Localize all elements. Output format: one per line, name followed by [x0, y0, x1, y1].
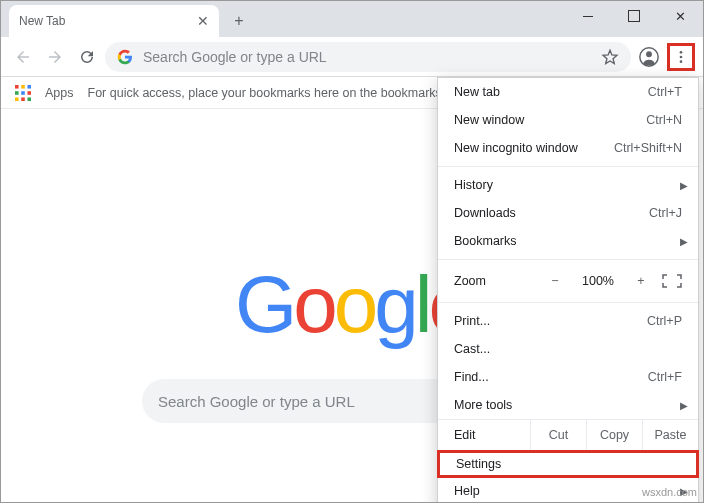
- svg-rect-7: [27, 85, 31, 89]
- reload-button[interactable]: [73, 43, 101, 71]
- tab-title: New Tab: [19, 14, 65, 28]
- menu-label: Settings: [456, 457, 501, 471]
- svg-point-3: [680, 55, 683, 58]
- reload-icon: [78, 48, 96, 66]
- menu-downloads[interactable]: Downloads Ctrl+J: [438, 199, 698, 227]
- menu-label: Bookmarks: [454, 234, 517, 248]
- omnibox-placeholder: Search Google or type a URL: [143, 49, 327, 65]
- tab-close-icon[interactable]: ✕: [197, 13, 209, 29]
- kebab-icon: [673, 49, 689, 65]
- menu-shortcut: Ctrl+J: [649, 206, 682, 220]
- google-logo: Google: [235, 259, 469, 351]
- menu-shortcut: Ctrl+Shift+N: [614, 141, 682, 155]
- user-icon: [638, 46, 660, 68]
- menu-bookmarks[interactable]: Bookmarks ▶: [438, 227, 698, 255]
- window-maximize-button[interactable]: [611, 1, 657, 31]
- main-menu-button[interactable]: [667, 43, 695, 71]
- menu-more-tools[interactable]: More tools ▶: [438, 391, 698, 419]
- menu-shortcut: Ctrl+F: [648, 370, 682, 384]
- fullscreen-icon: [662, 274, 682, 288]
- window-close-button[interactable]: [657, 1, 703, 31]
- svg-rect-12: [21, 97, 25, 101]
- menu-label: New incognito window: [454, 141, 578, 155]
- arrow-right-icon: [46, 48, 64, 66]
- menu-label: Find...: [454, 370, 489, 384]
- menu-settings[interactable]: Settings: [437, 450, 699, 478]
- svg-rect-9: [21, 91, 25, 95]
- menu-separator: [438, 302, 698, 303]
- bookmark-star-icon[interactable]: [601, 48, 619, 66]
- menu-new-tab[interactable]: New tab Ctrl+T: [438, 78, 698, 106]
- apps-label[interactable]: Apps: [45, 86, 74, 100]
- new-tab-button[interactable]: +: [225, 7, 253, 35]
- svg-rect-13: [27, 97, 31, 101]
- menu-label: Zoom: [454, 274, 534, 288]
- svg-rect-6: [21, 85, 25, 89]
- profile-button[interactable]: [635, 43, 663, 71]
- toolbar: Search Google or type a URL: [1, 37, 703, 77]
- browser-tab[interactable]: New Tab ✕: [9, 5, 219, 37]
- menu-label: More tools: [454, 398, 512, 412]
- watermark: wsxdn.com: [642, 486, 697, 498]
- edit-paste-button[interactable]: Paste: [642, 420, 698, 450]
- svg-rect-8: [15, 91, 19, 95]
- menu-shortcut: Ctrl+P: [647, 314, 682, 328]
- menu-find[interactable]: Find... Ctrl+F: [438, 363, 698, 391]
- fullscreen-button[interactable]: [662, 274, 682, 288]
- menu-label: New window: [454, 113, 524, 127]
- google-g-icon: [117, 49, 133, 65]
- arrow-left-icon: [14, 48, 32, 66]
- zoom-out-button[interactable]: −: [544, 274, 566, 288]
- menu-shortcut: Ctrl+N: [646, 113, 682, 127]
- zoom-value: 100%: [576, 274, 620, 288]
- menu-separator: [438, 166, 698, 167]
- zoom-in-button[interactable]: +: [630, 274, 652, 288]
- menu-history[interactable]: History ▶: [438, 171, 698, 199]
- back-button[interactable]: [9, 43, 37, 71]
- main-menu: New tab Ctrl+T New window Ctrl+N New inc…: [437, 77, 699, 503]
- title-bar: New Tab ✕ +: [1, 1, 703, 37]
- forward-button[interactable]: [41, 43, 69, 71]
- svg-rect-10: [27, 91, 31, 95]
- menu-incognito[interactable]: New incognito window Ctrl+Shift+N: [438, 134, 698, 162]
- window-minimize-button[interactable]: [565, 1, 611, 31]
- edit-cut-button[interactable]: Cut: [530, 420, 586, 450]
- svg-point-4: [680, 60, 683, 63]
- window-controls: [565, 1, 703, 31]
- menu-label: Edit: [438, 428, 530, 442]
- chevron-right-icon: ▶: [680, 236, 688, 247]
- menu-print[interactable]: Print... Ctrl+P: [438, 307, 698, 335]
- menu-edit-row: Edit Cut Copy Paste: [438, 419, 698, 451]
- menu-separator: [438, 259, 698, 260]
- menu-label: New tab: [454, 85, 500, 99]
- svg-rect-5: [15, 85, 19, 89]
- omnibox[interactable]: Search Google or type a URL: [105, 42, 631, 72]
- apps-grid-icon[interactable]: [15, 85, 31, 101]
- menu-label: Cast...: [454, 342, 490, 356]
- chevron-right-icon: ▶: [680, 180, 688, 191]
- edit-copy-button[interactable]: Copy: [586, 420, 642, 450]
- svg-rect-11: [15, 97, 19, 101]
- menu-label: Print...: [454, 314, 490, 328]
- svg-point-2: [680, 51, 683, 54]
- search-placeholder: Search Google or type a URL: [158, 393, 355, 410]
- menu-label: Downloads: [454, 206, 516, 220]
- menu-label: Help: [454, 484, 480, 498]
- menu-shortcut: Ctrl+T: [648, 85, 682, 99]
- menu-label: History: [454, 178, 493, 192]
- menu-new-window[interactable]: New window Ctrl+N: [438, 106, 698, 134]
- svg-point-1: [646, 51, 652, 57]
- menu-zoom: Zoom − 100% +: [438, 264, 698, 298]
- bookmarks-hint: For quick access, place your bookmarks h…: [88, 86, 460, 100]
- chevron-right-icon: ▶: [680, 400, 688, 411]
- menu-cast[interactable]: Cast...: [438, 335, 698, 363]
